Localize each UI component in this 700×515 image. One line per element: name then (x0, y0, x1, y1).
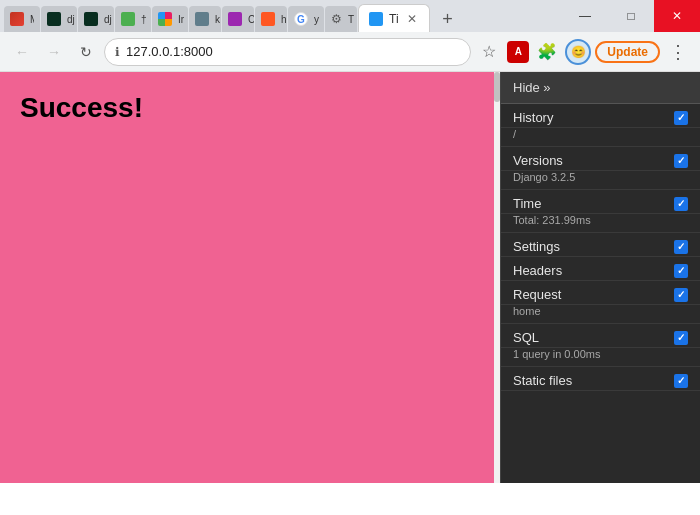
toolbar-item-request[interactable]: Request (501, 281, 700, 305)
bookmark-button[interactable]: ☆ (475, 38, 503, 66)
time-sub: Total: 231.99ms (501, 214, 700, 233)
sql-checkbox[interactable] (674, 331, 688, 345)
acrobat-icon-button[interactable]: A (507, 41, 529, 63)
versions-sub: Django 3.2.5 (501, 171, 700, 190)
toolbar-item-sql[interactable]: SQL (501, 324, 700, 348)
history-checkbox[interactable] (674, 111, 688, 125)
request-checkbox[interactable] (674, 288, 688, 302)
tab-label: Ir (178, 14, 184, 25)
back-button[interactable]: ← (8, 38, 36, 66)
toolbar-item-history[interactable]: History (501, 104, 700, 128)
debug-toolbar: Hide » History / Versions Django 3.2.5 T… (500, 72, 700, 483)
page-content: Success! (0, 72, 494, 483)
tab-bar: M dj dj † Ir k C h G (0, 0, 700, 32)
tab-label: k (215, 14, 220, 25)
time-checkbox[interactable] (674, 197, 688, 211)
toolbar-actions: ☆ A 🧩 😊 Update ⋮ (475, 38, 692, 66)
tab-dj1[interactable]: dj (41, 6, 77, 32)
tab-label: dj (104, 14, 112, 25)
reload-button[interactable]: ↻ (72, 38, 100, 66)
minimize-button[interactable]: — (562, 0, 608, 32)
settings-checkbox[interactable] (674, 240, 688, 254)
address-bar[interactable]: ℹ 127.0.0.1:8000 (104, 38, 471, 66)
toolbar-item-static-files[interactable]: Static files (501, 367, 700, 391)
tab-label: T (348, 14, 354, 25)
profile-icon[interactable]: 😊 (565, 39, 591, 65)
maximize-button[interactable]: □ (608, 0, 654, 32)
tab-c[interactable]: C (222, 6, 254, 32)
history-sub: / (501, 128, 700, 147)
tab-h[interactable]: h (255, 6, 287, 32)
new-tab-button[interactable]: + (435, 6, 461, 32)
tab-label: dj (67, 14, 75, 25)
request-sub: home (501, 305, 700, 324)
versions-checkbox[interactable] (674, 154, 688, 168)
forward-button[interactable]: → (40, 38, 68, 66)
sql-sub: 1 query in 0.00ms (501, 348, 700, 367)
tab-dj2[interactable]: dj (78, 6, 114, 32)
toolbar-hide-button[interactable]: Hide » (501, 72, 700, 104)
close-button[interactable]: ✕ (654, 0, 700, 32)
tab-google[interactable]: G y (288, 6, 324, 32)
tab-label: h (281, 14, 287, 25)
headers-checkbox[interactable] (674, 264, 688, 278)
tab-gear[interactable]: ⚙ T (325, 6, 357, 32)
update-button[interactable]: Update (595, 41, 660, 63)
tab-gmail[interactable]: M (4, 6, 40, 32)
lock-icon: ℹ (115, 45, 120, 59)
window-controls: — □ ✕ (562, 0, 700, 32)
main-area: Success! Hide » History / Versions Djang… (0, 72, 700, 483)
success-heading: Success! (20, 92, 474, 124)
tab-label: † (141, 14, 147, 25)
tab-colorful[interactable]: Ir (152, 6, 188, 32)
static-files-checkbox[interactable] (674, 374, 688, 388)
address-text: 127.0.0.1:8000 (126, 44, 460, 59)
browser-menu-button[interactable]: ⋮ (664, 38, 692, 66)
tab-active[interactable]: Ti ✕ (358, 4, 430, 32)
tab-label: C (248, 14, 254, 25)
tab-label: M (30, 14, 34, 25)
hide-label: Hide » (513, 80, 551, 95)
toolbar-item-settings[interactable]: Settings (501, 233, 700, 257)
tab-label: y (314, 14, 319, 25)
browser-toolbar: ← → ↻ ℹ 127.0.0.1:8000 ☆ A 🧩 😊 Update ⋮ (0, 32, 700, 72)
page-scrollbar[interactable] (494, 72, 500, 483)
toolbar-item-time[interactable]: Time (501, 190, 700, 214)
extensions-button[interactable]: 🧩 (533, 38, 561, 66)
toolbar-item-headers[interactable]: Headers (501, 257, 700, 281)
tab-k[interactable]: k (189, 6, 221, 32)
tab-active-label: Ti (389, 12, 399, 26)
tab-close-icon[interactable]: ✕ (405, 12, 419, 26)
tab-green[interactable]: † (115, 6, 151, 32)
toolbar-item-versions[interactable]: Versions (501, 147, 700, 171)
